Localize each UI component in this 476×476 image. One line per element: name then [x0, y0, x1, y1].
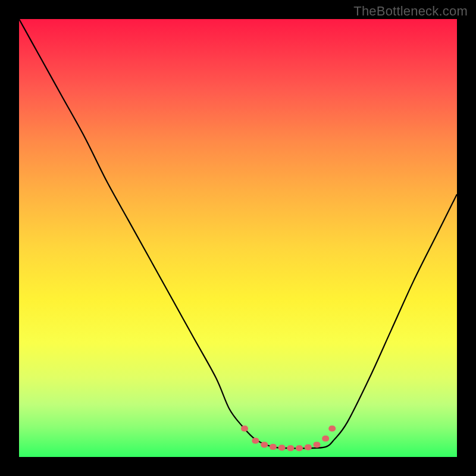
plot-area: [19, 19, 457, 457]
highlight-dot: [270, 444, 277, 450]
chart-frame: TheBottleneck.com: [0, 0, 476, 476]
highlight-dot: [252, 438, 259, 444]
curve-layer: [19, 19, 457, 457]
highlight-dot: [328, 425, 336, 431]
highlight-dot: [241, 425, 248, 431]
highlight-dot: [287, 445, 294, 451]
bottleneck-curve: [19, 19, 457, 449]
watermark-text: TheBottleneck.com: [353, 4, 468, 19]
highlight-dot: [296, 445, 303, 451]
highlight-dot: [322, 436, 329, 441]
highlight-dot: [314, 441, 321, 447]
highlight-dot: [261, 441, 268, 447]
highlight-dot: [278, 445, 286, 451]
highlight-dot: [305, 444, 312, 450]
